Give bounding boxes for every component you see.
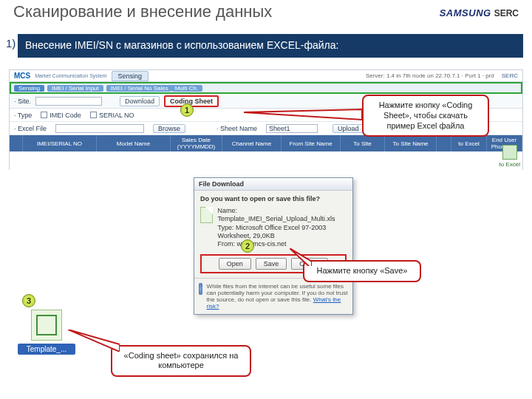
grid-body — [10, 151, 522, 174]
desktop-file-label: Template_... — [18, 344, 75, 355]
save-button[interactable]: Save — [256, 258, 287, 270]
dialog-footer: While files from the Internet can be use… — [194, 278, 352, 314]
dialog-title: File Download — [194, 178, 352, 191]
svg-marker-2 — [68, 330, 120, 352]
server-info: Server: 1.4 in 7th node on 22.70.7.1 · P… — [366, 72, 494, 79]
callout-2-tail — [290, 248, 312, 266]
excel-file-label: · Excel File — [14, 125, 47, 132]
col-channel: Channel Name — [222, 135, 282, 151]
svg-marker-1 — [290, 248, 312, 266]
col-date: Sales Date (YYYYMMDD) — [171, 135, 222, 151]
site-label: · Site. — [14, 98, 31, 105]
col-gap — [437, 135, 451, 151]
breadcrumb: Sensing IMEI / Serial Input IMEI / Seria… — [10, 82, 522, 94]
download-button[interactable]: Download — [120, 96, 160, 106]
col-tosite: To Site — [341, 135, 385, 151]
meta-name-label: Name: — [217, 207, 237, 214]
step-badge-2: 2 — [241, 239, 254, 253]
col-imei: IMEI/SERIAL NO — [23, 135, 97, 151]
meta-from-label: From: — [217, 240, 235, 248]
brand-block: SAMSUNGSERC — [440, 6, 519, 19]
callout-saved: «Coding sheet» сохранился на компьютере — [111, 345, 251, 378]
step-badge-1: 1 — [180, 103, 194, 117]
type-imei-checkbox[interactable]: IMEI Code — [41, 112, 81, 119]
file-icon — [200, 207, 213, 223]
meta-type-label: Type: — [217, 224, 233, 231]
dialog-meta: Name: Template_IMEI_Serial_Upload_Multi.… — [217, 207, 347, 248]
to-excel-label: to Excel — [499, 161, 520, 168]
excel-icon — [502, 145, 517, 160]
callout-2-text: Нажмите кнопку «Save» — [317, 266, 408, 275]
samsung-logo: SAMSUNG — [440, 7, 491, 18]
excel-file-input[interactable] — [55, 124, 144, 133]
desktop-file[interactable]: Template_... — [18, 310, 75, 355]
col-check[interactable] — [10, 135, 23, 151]
callout-3-text: «Coding sheet» сохранился на компьютере — [124, 351, 239, 370]
dialog-question: Do you want to open or save this file? — [200, 195, 347, 202]
grid-header: IMEI/SERIAL NO Model Name Sales Date (YY… — [10, 135, 522, 151]
col-fromsite: From Site Name — [282, 135, 341, 151]
browse-button[interactable]: Browse — [153, 124, 185, 133]
type-serial-label: SERIAL NO — [99, 112, 134, 119]
crumb-2[interactable]: IMEI / Serial Input — [47, 85, 103, 92]
shield-icon — [199, 283, 202, 295]
app-logo-sub: Market Communication System — [35, 73, 106, 78]
app-header: MCS Market Communication System Sensing … — [10, 70, 522, 82]
open-button[interactable]: Open — [219, 258, 251, 270]
svg-marker-0 — [244, 109, 362, 120]
meta-type-value: Microsoft Office Excel 97-2003 Worksheet… — [217, 224, 326, 239]
callout-1-text: Нажмите кнопку «Coding Sheet», чтобы ска… — [379, 100, 473, 130]
callout-coding-sheet: Нажмите кнопку «Coding Sheet», чтобы ска… — [362, 95, 489, 137]
slide-subtitle: Внесение IMEI/SN с магазинов с использов… — [18, 34, 523, 58]
crumb-1[interactable]: Sensing — [14, 85, 44, 92]
callout-1-tail — [244, 109, 364, 126]
step-badge-3: 3 — [22, 294, 35, 307]
callout-3-tail — [68, 330, 120, 352]
site-input[interactable] — [35, 97, 102, 106]
tab-sensing[interactable]: Sensing — [112, 71, 149, 81]
meta-name-value: Template_IMEI_Serial_Upload_Multi.xls — [217, 215, 335, 222]
sheet-label: · Sheet Name — [216, 125, 257, 132]
location-label: SERC — [502, 72, 518, 79]
type-imei-label: IMEI Code — [50, 112, 81, 119]
crumb-3[interactable]: IMEI / Serial No Sales _ Multi Ch. — [106, 85, 203, 92]
col-model: Model Name — [97, 135, 171, 151]
serc-label: SERC — [494, 8, 519, 18]
file-download-dialog: File Download Do you want to open or sav… — [194, 177, 353, 315]
type-label: · Type — [14, 112, 32, 119]
col-toexcel[interactable]: to Excel — [451, 135, 487, 151]
slide-title: Сканирование и внесение данных — [13, 3, 279, 21]
excel-file-icon — [31, 310, 62, 341]
col-tositename: To Site Name — [385, 135, 437, 151]
to-excel-shortcut[interactable]: to Excel — [499, 145, 520, 168]
app-logo: MCS — [14, 72, 30, 80]
list-number: 1) — [6, 37, 16, 50]
type-serial-checkbox[interactable]: SERIAL NO — [90, 112, 134, 119]
callout-save: Нажмите кнопку «Save» — [303, 260, 421, 282]
